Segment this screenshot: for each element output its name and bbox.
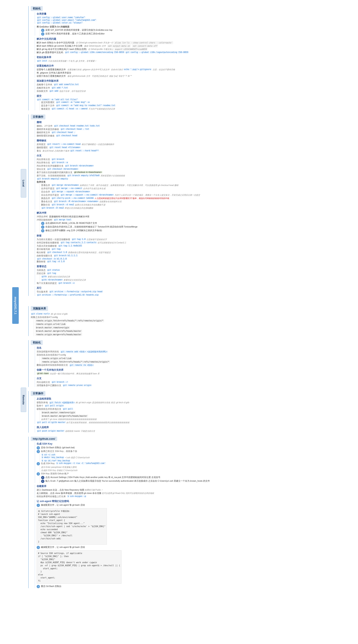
alias-delete: 删除远程和对应枝枝和枝枝分支 git remote rm <别名> — [37, 364, 346, 366]
ssh-backup-cmds: $ cd ~/.ssh $ mkdir key_backup ~/.ssh 就是… — [40, 454, 346, 462]
tag-delete: 删除标签 git tag -d 1.0 — [37, 260, 346, 263]
fetch-title: 从远程库获取 — [37, 397, 346, 400]
remote-branch-title: 分支 — [37, 377, 346, 380]
add-file-2: 忽略所有文件 git add *.txt — [37, 86, 346, 90]
checkout-4: 撤销暂缓区的修改 git checkout head — [37, 134, 346, 137]
tag-contacts: 在特定标签处创建标签 git tag contacts_1.1 contacts… — [37, 241, 346, 244]
conflict-note-3: 3 修改之后用手动删除 .orig 文件 (冲突解决之前的文件备份) — [41, 229, 346, 232]
merge-squash: 后台合并 git merge --squash <branchname> — [41, 190, 346, 193]
reset-title: 撤销修改 — [37, 139, 346, 142]
tag-history: 为某次历史创建标签 git tag 1.1 4e8b165 — [37, 244, 346, 248]
github-section: http://github.com/ 生成 SSH Key 0 启动 Git B… — [28, 437, 346, 588]
emeditor-subsection: 将 EmEditor 设置为 Git 的编辑器 1 设置 GIT_EDITOR … — [35, 26, 346, 36]
ssh-github-step-2: ② 输入 $ ssh -T git@github.com 输入之后如果出现提示信… — [41, 480, 346, 483]
main-title-box: msysGit1.7.1 — [12, 287, 19, 324]
remote-init-section: 初始化 别名 添加远程版本库的别名 git remote add <别名> <这… — [28, 340, 346, 387]
ssh-bash-code: # Source SSH settings, if applicable if … — [37, 550, 346, 584]
push-cmd: git push origin master 远程枝枝 master 不能是当前… — [37, 430, 346, 432]
global-vars-subsection: 全局变量 git config --global user.name "zahu… — [35, 12, 346, 24]
commit-title: 提交 — [37, 94, 346, 98]
alias-config-2: remote.origin.fetch=+refs/heads/*:refs/r… — [41, 360, 346, 363]
conflict-1: 冲突合并时 直接编辑有冲突的行然后提交来解决冲突 — [37, 215, 346, 218]
alias-add: 添加远程版本库的别名 git remote add <别名> <这远程版本库的U… — [37, 350, 346, 353]
ssh-agent-title: 让 ssh-agent 帮我们记住密码 — [37, 500, 346, 503]
gitignore-title: 设置忽略的文件 — [37, 64, 346, 68]
tag-branch-1: 由标签创建分支 git branch b1.1.1.1 — [37, 254, 346, 257]
revert-item: 反转提交 git revert --no-commit head 相当于撤销最近… — [37, 143, 346, 146]
fetch-cmd: 获取到本地 git fetch <远程版本库> 例: git fetch ori… — [37, 401, 346, 404]
init-repo-subsection: 初始化版本库 git init 只在当前目录里创建一个名为 .git 文件夹，非… — [35, 56, 346, 62]
merge-normal: 普通合并 git merge <branchname> 如果发生了冲突，就不自动… — [41, 184, 346, 187]
alias-title: 别名 — [37, 346, 346, 350]
ssh-backup-title: 1 如果已有过主 SSH Key，枝枝备个份 — [37, 450, 346, 453]
archive-2: git archive --format=zip --prefix=b1.0/ … — [37, 294, 346, 296]
alias-config-1: remote.origin.url=d:\iub — [41, 357, 346, 360]
ssh-title: 生成 SSH Key — [37, 442, 346, 446]
pull-note-2: branch.master.merge=refs/heads/master — [41, 414, 346, 418]
remote-prune: 清理服务器中已删除分支 git remote prune origin — [37, 384, 346, 387]
tag-subsection: 标签 为当前分支最近一次提交创建标签 git tag 1.0 注意标签不是枝枝名… — [35, 234, 346, 263]
tag-current: 为当前分支最近一次提交创建标签 git tag 1.0 注意标签不是枝枝名字 — [37, 238, 346, 241]
bare-subsection: 创建一个无本地分支的库 git init --bare 当这里一般只用在初始中间… — [35, 368, 346, 375]
remote-branch-subsection: 分支 列出远程分支 git branch -r 清理服务器中已删除分支 git … — [35, 377, 346, 387]
other-title: 其它 — [37, 286, 346, 290]
commit-sub-2: 提交多个文件 git commit -m "add msg to readme.… — [41, 104, 346, 107]
branch-list-all: 列出所有分支 git branch -a — [37, 161, 346, 164]
merge-items: 普通合并 git merge <branchname> 如果发生了冲突，就不自动… — [40, 184, 346, 210]
branch-emputy: 基于文枝、分支枝枝枝枝枝枝 git branch emputy bfe57de0… — [37, 174, 346, 177]
ssh-github-step-1: ① 点击 Account Settings | SSH Public Keys … — [41, 476, 346, 479]
ssh-github-steps: ① 点击 Account Settings | SSH Public Keys … — [40, 476, 346, 483]
branch-delete-d: 删除分支 git branch -d new2 如果分支没有被合并也给删除不是 — [41, 204, 346, 206]
status-title: 查看状态 — [37, 265, 346, 268]
branch-subsection: 分支 列出所有分支 git branch 列出所有分支 git branch -… — [35, 154, 346, 210]
reset-subsection: 撤销修改 反转提交 git revert --no-commit head 相当… — [35, 139, 346, 152]
ssh-gen-notes: 提示 Enter passphrase 时直接输入密码 生成的 SSH Key … — [40, 466, 346, 472]
encoding-2: 解决 bash 控制台 git commit 无法输入中文注释 修改 Git\e… — [37, 44, 346, 48]
branch-checkout-b: 基于当前分支的创建并切换到新分支 git checkout -b <branch… — [37, 171, 346, 174]
github-title: http://github.com/ — [31, 437, 57, 441]
emeditor-item: 将 EmEditor 设置为 Git 的编辑器 — [37, 26, 346, 28]
archive-1: 导出版本库 git archive --format=zip -output=b… — [37, 290, 346, 293]
alias-config-title: 添加别名后自动添加2个config — [37, 354, 346, 356]
new-repo-step-1: 进入 Dashboard 左边，点击 New Repostory 纽图 免费的只… — [37, 488, 346, 492]
checkout-3: 撤销所有文件 git checkout head . — [37, 131, 346, 134]
ssh-agent-step-1: 1 修改配置文件，让 ssh-agent 每 git bash 启动 — [37, 504, 346, 507]
merge-squash-no-commit: 后台合并但不提交 git merge --squash --no-commit … — [41, 194, 346, 196]
global-var-3: git config --global color.ui "always" — [37, 22, 346, 24]
ssh-subsection: 生成 SSH Key 0 启动 Git Bash 控制台 (git-bash.b… — [35, 442, 346, 483]
gitk-cmd: gitk 查看当前分支的历史记录 — [41, 275, 346, 278]
log-cmd: 历史记录 git log — [37, 272, 346, 275]
commit-sub-1: 提交到暂缓区 git commit -m "some msg" -a — [41, 101, 346, 104]
clone-config-3: branch.master.remote=origin — [35, 326, 346, 329]
global-var-2: git config --global user.email "zahufan@… — [37, 19, 346, 21]
conflict-note-2: 2 在选合适的合并差对比工具，比较枝枝枝时修改过了 TortoiseSVN 就启… — [41, 226, 346, 229]
clone-cmd: git clone <url> 例: git clone d:\gitb — [31, 313, 346, 316]
ssh-keygen-p: 枝枝如果密码在键盘上打出来 $ ssh-keygen -p — [37, 495, 346, 498]
pull-note-3: 如果用了 git clone 则枝枝时枝枝枝枝枝枝枝枝枝枝枝枝枝枝枝 — [41, 418, 346, 421]
local-label: Local — [21, 169, 26, 198]
pull-branch: git pull d:\gitb master 由于是从枝枝库枝枝枝，枝枝枝枝枝… — [37, 421, 346, 424]
tag-title: 标签 — [37, 234, 346, 238]
branch-list: 列出所有分支 git branch — [37, 158, 346, 161]
push-title: 推入远程库 — [37, 426, 346, 429]
new-repo-step-2: 走入刷初始，点击 clone 版本库链接，然后使用 git clone 命令克隆… — [37, 492, 346, 495]
gitk-branch: gitk <branchname> 查看特定分支的历史记录 — [41, 278, 346, 282]
checkout-subsection: 撤销 撤销1、2个文件 git checkout head readme.txt… — [35, 120, 346, 137]
remote-label: Remote — [21, 388, 26, 412]
remote-branch-list: 列出远程分支 git branch -r — [37, 381, 346, 384]
daily-local-section: 日常操作 撤销 撤销1、2个文件 git checkout head readm… — [28, 114, 346, 296]
mindmap-container: msysGit1.7.1 Local 初始化 — [0, 0, 358, 644]
add-files-title: 添加新文件到版本库 — [37, 79, 346, 83]
gitignore-subsection: 设置忽略的文件 设置每个人都需要忽略的文件 在要忽略行的名 .gitignore… — [35, 64, 346, 78]
gitignore-1: 设置每个人都需要忽略的文件 在要忽略行的名 .gitignore 的文件中写入此… — [37, 68, 346, 71]
gitignore-2: 将 .gitignore 文件加入版本库并提交 — [37, 72, 346, 74]
ssh-agent-subsection: 让 ssh-agent 帮我们记住密码 1 修改配置文件，让 ssh-agent… — [35, 500, 346, 588]
clone-config-items: remote.origin.fetch=+refs/heads/*:refs/r… — [34, 319, 346, 336]
pull-cmd: 获取枝枝合并到本地分支 git pull — [37, 408, 346, 410]
branch-emputy2: git branch emputy2 emputy — [37, 178, 346, 180]
clone-config-4: branch.master.merge=refs/heads/master — [35, 330, 346, 332]
emeditor-note-2: 2 设置 PATH 系统环境变量，追加 f:\工具箱\文档工具\EmEditor — [41, 32, 346, 36]
clone-config-5: remote.origin.merge=refs/heads/master — [35, 333, 346, 336]
push-subsection: 推入远程库 git push origin master 远程枝枝 master… — [35, 426, 346, 432]
status-cmd: 当前状态 git status — [37, 269, 346, 272]
